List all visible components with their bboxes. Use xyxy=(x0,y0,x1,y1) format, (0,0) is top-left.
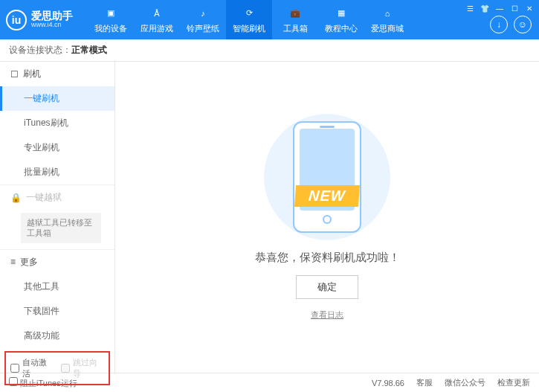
options-highlight-box: 自动激活 跳过向导 xyxy=(4,351,110,385)
view-log-link[interactable]: 查看日志 xyxy=(311,309,343,321)
sidebar-head-jailbreak: 🔒 一键越狱 xyxy=(0,185,114,210)
nav-icon-6: ⌂ xyxy=(380,6,395,21)
status-value: 正常模式 xyxy=(71,44,107,57)
nav-icon-3: ⟳ xyxy=(242,6,256,21)
status-bar: 设备连接状态： 正常模式 xyxy=(0,39,539,62)
app-title: 爱思助手 xyxy=(31,10,73,22)
minimize-icon[interactable]: — xyxy=(494,3,505,13)
auto-activate-checkbox[interactable]: 自动激活 xyxy=(10,357,54,379)
maximize-icon[interactable]: ☐ xyxy=(509,3,520,13)
nav-tab-5[interactable]: ▦教程中心 xyxy=(318,0,364,39)
sidebar-item-flash-0[interactable]: 一键刷机 xyxy=(0,86,114,111)
user-button[interactable]: ☺ xyxy=(514,16,532,33)
nav-icon-1: Å xyxy=(149,6,164,21)
nav-icon-2: ♪ xyxy=(196,6,210,21)
nav-icon-4: 💼 xyxy=(288,6,303,21)
more-icon: ≡ xyxy=(10,257,16,267)
new-badge: NEW xyxy=(294,185,360,207)
footer-link-update[interactable]: 检查更新 xyxy=(497,377,530,388)
nav-icon-0: ▣ xyxy=(103,6,118,21)
sidebar-item-more-1[interactable]: 下载固件 xyxy=(0,299,114,324)
lock-icon: 🔒 xyxy=(10,193,22,203)
version-label: V7.98.66 xyxy=(372,379,404,388)
sidebar-head-flash[interactable]: ☐ 刷机 xyxy=(0,62,114,86)
success-illustration: NEW xyxy=(253,114,401,240)
flash-icon: ☐ xyxy=(10,69,19,80)
menu-icon[interactable]: ☰ xyxy=(465,3,475,13)
success-message: 恭喜您，保资料刷机成功啦！ xyxy=(255,251,400,265)
app-logo: iu 爱思助手 www.i4.cn xyxy=(6,10,88,30)
ok-button[interactable]: 确定 xyxy=(296,275,358,299)
nav-tab-2[interactable]: ♪铃声壁纸 xyxy=(180,0,226,39)
nav-tab-0[interactable]: ▣我的设备 xyxy=(88,0,134,39)
logo-icon: iu xyxy=(6,10,27,30)
sidebar-item-flash-2[interactable]: 专业刷机 xyxy=(0,135,114,160)
nav-tab-1[interactable]: Å应用游戏 xyxy=(134,0,180,39)
skip-guide-checkbox: 跳过向导 xyxy=(61,357,104,379)
skin-icon[interactable]: 👕 xyxy=(480,3,490,13)
nav-tab-4[interactable]: 💼工具箱 xyxy=(272,0,318,39)
sidebar-item-flash-1[interactable]: iTunes刷机 xyxy=(0,111,114,135)
sidebar-item-more-0[interactable]: 其他工具 xyxy=(0,274,114,299)
sidebar-head-more[interactable]: ≡ 更多 xyxy=(0,250,114,274)
status-label: 设备连接状态： xyxy=(9,44,71,57)
footer-link-support[interactable]: 客服 xyxy=(416,377,433,388)
nav-tab-3[interactable]: ⟳智能刷机 xyxy=(226,0,272,39)
sidebar-item-more-2[interactable]: 高级功能 xyxy=(0,324,114,348)
nav-icon-5: ▦ xyxy=(334,6,349,21)
footer-link-wechat[interactable]: 微信公众号 xyxy=(445,377,485,388)
close-icon[interactable]: ✕ xyxy=(524,3,535,13)
download-button[interactable]: ↓ xyxy=(490,16,508,33)
sidebar-item-flash-3[interactable]: 批量刷机 xyxy=(0,160,114,184)
app-subtitle: www.i4.cn xyxy=(31,22,73,29)
nav-tab-6[interactable]: ⌂爱思商城 xyxy=(364,0,410,39)
jailbreak-note: 越狱工具已转移至工具箱 xyxy=(21,213,101,243)
